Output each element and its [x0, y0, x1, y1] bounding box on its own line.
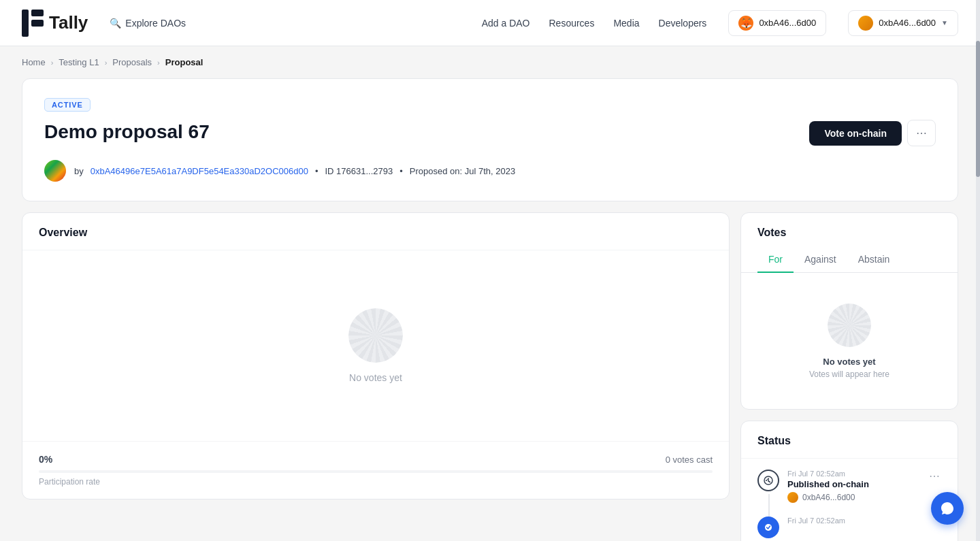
proposer-avatar-icon	[44, 160, 66, 182]
breadcrumb: Home › Testing L1 › Proposals › Proposal	[0, 46, 980, 78]
status-actor-address[interactable]: 0xbA46...6d00	[802, 493, 855, 502]
status-action-published: Published on-chain	[787, 479, 921, 489]
proposal-header-card: ACTIVE Demo proposal 67 Vote on-chain ⋯ …	[22, 78, 958, 201]
status-badge: ACTIVE	[44, 98, 91, 112]
tally-logo-icon	[22, 10, 44, 37]
tab-against[interactable]: Against	[794, 247, 847, 273]
tab-for[interactable]: For	[757, 247, 794, 273]
overview-section-title: Overview	[22, 213, 729, 250]
proposer-address[interactable]: 0xbA46496e7E5A61a7A9DF5e54Ea330aD2OC006d…	[91, 166, 308, 176]
fox-avatar-icon: 🦊	[738, 16, 753, 31]
votes-card: Votes For Against Abstain No votes yet V…	[740, 212, 958, 410]
svg-point-5	[765, 524, 772, 531]
brand-logo[interactable]: Tally	[22, 10, 88, 37]
overview-footer: 0% 0 votes cast Participation rate	[22, 441, 729, 499]
media-link[interactable]: Media	[613, 18, 639, 29]
connected-wallet-button[interactable]: 🦊 0xbA46...6d00	[728, 10, 826, 36]
participation-pct: 0%	[39, 454, 52, 465]
content-grid: Overview No votes yet 0% 0 votes cast Pa…	[22, 212, 958, 541]
status-more-button[interactable]: ⋯	[929, 470, 941, 482]
meta-dot-2: •	[399, 166, 403, 176]
right-column: Votes For Against Abstain No votes yet V…	[740, 212, 958, 541]
breadcrumb-sep-1: ›	[51, 59, 54, 67]
search-icon: 🔍	[110, 18, 121, 29]
more-options-button[interactable]: ⋯	[907, 120, 936, 146]
nav-links: Add a DAO Resources Media Developers	[482, 18, 707, 29]
scrollbar[interactable]	[976, 0, 980, 541]
proposal-id: ID 176631...2793	[325, 166, 393, 176]
scrollbar-thumb[interactable]	[976, 41, 980, 177]
votes-cast: 0 votes cast	[666, 455, 713, 465]
chat-support-button[interactable]	[931, 492, 964, 525]
resources-link[interactable]: Resources	[549, 18, 594, 29]
tab-abstain[interactable]: Abstain	[847, 247, 901, 273]
participation-row: 0% 0 votes cast	[39, 454, 713, 465]
votes-tabs: For Against Abstain	[741, 247, 958, 273]
meta-info: by 0xbA46496e7E5A61a7A9DF5e54Ea330aD2OC0…	[74, 166, 515, 176]
no-votes-text: No votes yet	[349, 372, 402, 383]
proposal-meta: by 0xbA46496e7E5A61a7A9DF5e54Ea330aD2OC0…	[44, 160, 936, 182]
status-card: Status Fri Jul 7	[740, 421, 958, 541]
svg-rect-2	[31, 20, 44, 27]
status-actor-avatar-icon	[787, 492, 798, 503]
breadcrumb-proposals[interactable]: Proposals	[112, 57, 152, 67]
no-votes-icon-votes-panel	[828, 304, 871, 347]
votes-body: No votes yet Votes will appear here	[741, 273, 958, 409]
proposed-on: Proposed on: Jul 7th, 2023	[410, 166, 515, 176]
status-content-published: Fri Jul 7 02:52am Published on-chain 0xb…	[787, 470, 921, 503]
votes-section-title: Votes	[741, 213, 958, 239]
meta-dot-1: •	[315, 166, 318, 176]
wallet-address: 0xbA46...6d00	[759, 18, 816, 28]
proposal-title: Demo proposal 67	[44, 120, 210, 144]
overview-body: No votes yet	[22, 250, 729, 441]
status-item-published: Fri Jul 7 02:52am Published on-chain 0xb…	[757, 470, 941, 517]
status-section-title: Status	[741, 421, 958, 459]
user-address: 0xbA46...6d00	[879, 18, 936, 28]
explore-daos-button[interactable]: 🔍 Explore DAOs	[110, 18, 186, 29]
status-item-2: Fri Jul 7 02:52am	[757, 517, 941, 538]
breadcrumb-home[interactable]: Home	[22, 57, 46, 67]
proposal-actions: Vote on-chain ⋯	[809, 120, 936, 146]
breadcrumb-testing[interactable]: Testing L1	[59, 57, 99, 67]
vote-on-chain-button[interactable]: Vote on-chain	[809, 121, 902, 146]
proposal-title-row: Demo proposal 67 Vote on-chain ⋯	[44, 120, 936, 146]
participation-label: Participation rate	[39, 477, 713, 487]
chat-icon	[940, 501, 955, 516]
chevron-down-icon: ▼	[941, 19, 948, 27]
add-dao-link[interactable]: Add a DAO	[482, 18, 530, 29]
svg-rect-1	[31, 10, 44, 16]
svg-rect-0	[22, 10, 29, 37]
navbar: Tally 🔍 Explore DAOs Add a DAO Resources…	[0, 0, 980, 46]
user-profile-button[interactable]: 0xbA46...6d00 ▼	[848, 10, 958, 36]
status-published-icon	[757, 470, 779, 491]
status-actor-published: 0xbA46...6d00	[787, 492, 921, 503]
developers-link[interactable]: Developers	[659, 18, 707, 29]
brand-name: Tally	[49, 12, 88, 33]
progress-bar	[39, 470, 713, 473]
no-votes-panel-sub: Votes will appear here	[809, 370, 889, 379]
status-body: Fri Jul 7 02:52am Published on-chain 0xb…	[741, 459, 958, 541]
breadcrumb-sep-3: ›	[157, 59, 160, 67]
no-votes-panel-title: No votes yet	[823, 357, 875, 367]
main-content: ACTIVE Demo proposal 67 Vote on-chain ⋯ …	[0, 78, 980, 541]
status-time-published: Fri Jul 7 02:52am	[787, 470, 921, 478]
breadcrumb-sep-2: ›	[105, 59, 108, 67]
status-content-2: Fri Jul 7 02:52am	[787, 517, 941, 526]
user-avatar-icon	[858, 16, 873, 31]
status-item2-icon	[757, 517, 779, 538]
overview-card: Overview No votes yet 0% 0 votes cast Pa…	[22, 212, 730, 499]
status-time-2: Fri Jul 7 02:52am	[787, 517, 941, 525]
no-votes-icon	[348, 308, 403, 363]
breadcrumb-current: Proposal	[165, 57, 203, 67]
